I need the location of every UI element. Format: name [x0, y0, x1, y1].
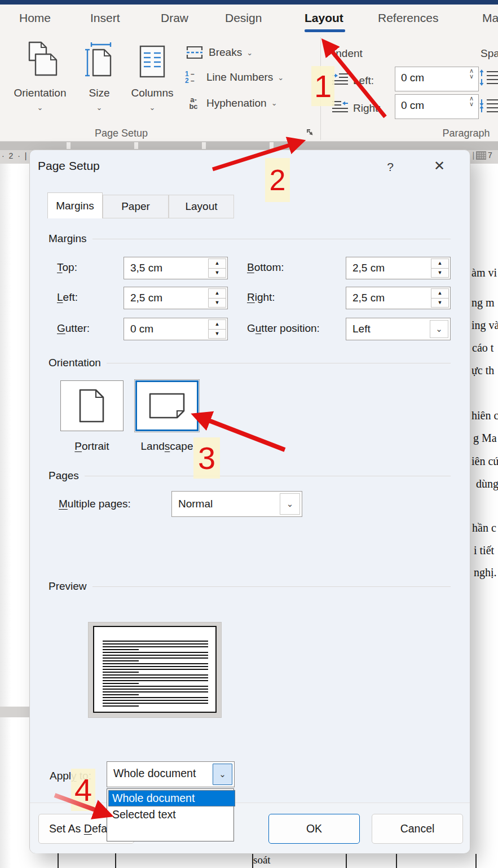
spacing-group-title: Spa: [481, 47, 498, 60]
spinner[interactable]: ▲ ▼: [431, 258, 449, 278]
indent-left-input[interactable]: 0 cm ∧ ∨: [395, 67, 479, 91]
columns-button[interactable]: Columns ⌄: [123, 36, 182, 121]
dialog-title: Page Setup: [38, 159, 100, 173]
spinner[interactable]: ▲ ▼: [208, 258, 226, 278]
right-margin-label: Right:: [247, 291, 275, 304]
multiple-pages-label: Multiple pages:: [59, 498, 131, 510]
help-button[interactable]: ?: [383, 159, 398, 175]
chevron-down-icon: ⌄: [271, 99, 277, 107]
hyphenation-button[interactable]: a-bc Hyphenation ⌄: [185, 97, 277, 109]
chevron-down-icon: ⌄: [36, 104, 44, 111]
portrait-label: Portrait: [60, 440, 124, 453]
landscape-label: Landscape: [132, 440, 202, 453]
preview-thumbnail: [88, 622, 222, 718]
page-size-icon: [85, 42, 114, 79]
orientation-button[interactable]: Orientation ⌄: [5, 36, 76, 121]
spinner[interactable]: ▲ ▼: [208, 319, 226, 339]
doc-text-fragment: g Ma: [473, 432, 497, 445]
gutter-input[interactable]: 0 cm ▲ ▼: [124, 318, 228, 340]
spinner[interactable]: ▲ ▼: [208, 288, 226, 308]
orientation-section-header: Orientation: [49, 357, 451, 369]
doc-text-fragment: cáo t: [472, 341, 493, 354]
close-button[interactable]: ✕: [430, 157, 448, 175]
chevron-down-icon: ⌄: [277, 74, 284, 81]
stepper-icons[interactable]: ∧ ∨: [469, 96, 474, 107]
doc-text-fragment: hần c: [472, 521, 496, 534]
chevron-down-icon[interactable]: ⌄: [213, 764, 232, 785]
ribbon-tab-references[interactable]: References: [378, 11, 438, 25]
active-tab-underline: [305, 29, 345, 32]
indent-left-label: Left:: [353, 74, 374, 87]
doc-text-fragment: i tiết: [474, 544, 494, 557]
spin-up-icon: ▲: [208, 258, 226, 269]
option-selected-text[interactable]: Selected text: [108, 806, 235, 823]
set-as-default-label: Set As Defa: [49, 822, 107, 835]
preview-section-header: Preview: [49, 580, 451, 593]
landscape-option[interactable]: [135, 380, 199, 431]
cancel-button[interactable]: Cancel: [372, 814, 463, 844]
spacing-after-icon: [478, 97, 498, 115]
spinner[interactable]: ▲ ▼: [431, 288, 449, 308]
ribbon-tab-draw[interactable]: Draw: [161, 11, 188, 25]
ribbon-tab-layout[interactable]: Layout: [305, 11, 343, 25]
size-button[interactable]: Size ⌄: [79, 36, 120, 121]
option-whole-document[interactable]: Whole document: [108, 790, 235, 806]
ribbon-tab-home[interactable]: Home: [19, 11, 51, 25]
multiple-pages-select[interactable]: Normal ⌄: [171, 491, 302, 517]
spacing-before-icon: [478, 69, 498, 87]
paragraph-group-label: Paragraph: [434, 128, 498, 139]
apply-to-dropdown-list: Whole document Selected text: [107, 788, 234, 841]
step-number: 4: [74, 774, 92, 806]
breaks-icon: [185, 44, 204, 61]
top-margin-label: Top:: [57, 261, 77, 274]
line-numbers-icon: 1 –2 –: [185, 71, 202, 84]
table-border: [115, 853, 116, 868]
line-numbers-button[interactable]: 1 –2 – Line Numbers ⌄: [185, 71, 284, 84]
ruler-margin-marker-icon[interactable]: [476, 151, 486, 160]
apply-to-combobox[interactable]: Whole document ⌄: [107, 761, 235, 787]
portrait-option[interactable]: [60, 380, 124, 431]
chevron-down-icon[interactable]: ⌄: [430, 320, 448, 338]
ruler-number: 7: [488, 151, 492, 160]
tab-layout[interactable]: Layout: [169, 195, 234, 218]
chevron-down-icon: ⌄: [148, 104, 156, 111]
doc-text-fragment: ing và: [471, 319, 498, 332]
indent-right-label: Right:: [353, 102, 381, 115]
breaks-button[interactable]: Breaks ⌄: [185, 44, 253, 61]
landscape-page-icon: [149, 393, 185, 419]
orientation-label: Orientation: [5, 87, 76, 99]
ribbon-tab-mailings[interactable]: Ma: [482, 11, 498, 25]
doc-text-bottom: soát: [253, 854, 271, 866]
ok-label: OK: [306, 822, 322, 835]
step-number: 3: [198, 442, 215, 474]
step-highlight-2: 2: [265, 158, 290, 202]
ribbon-tab-insert[interactable]: Insert: [90, 11, 120, 25]
gutter-position-label: Gutter position:: [247, 322, 320, 335]
caret-down-icon: ∨: [469, 74, 474, 80]
chevron-down-icon[interactable]: ⌄: [280, 493, 300, 515]
top-margin-input[interactable]: 3,5 cm ▲ ▼: [124, 257, 228, 279]
bottom-margin-input[interactable]: 2,5 cm ▲ ▼: [346, 257, 451, 279]
tab-margins[interactable]: Margins: [47, 192, 103, 218]
left-margin-input[interactable]: 2,5 cm ▲ ▼: [124, 287, 228, 309]
gutter-position-select[interactable]: Left ⌄: [346, 318, 451, 340]
bottom-margin-label: Bottom:: [247, 261, 284, 274]
stepper-icons[interactable]: ∧ ∨: [469, 68, 474, 80]
left-margin-label: Left:: [57, 291, 78, 304]
spin-down-icon: ▼: [431, 298, 449, 308]
ok-button[interactable]: OK: [268, 814, 360, 844]
chevron-down-icon: ⌄: [95, 104, 103, 111]
page-setup-dialog: Page Setup ? ✕ Margins Paper Layout Marg…: [29, 150, 470, 853]
word-window: àm vi ng m ing và cáo t ực th hiên c g M…: [0, 0, 498, 868]
title-bar-strip: [0, 0, 498, 5]
tab-paper[interactable]: Paper: [103, 195, 169, 218]
right-margin-input[interactable]: 2,5 cm ▲ ▼: [346, 287, 451, 309]
pages-section-header: Pages: [49, 470, 451, 482]
indent-right-input[interactable]: 0 cm ∧ ∨: [395, 94, 479, 119]
page-setup-dialog-launcher[interactable]: [305, 128, 318, 140]
breaks-label: Breaks: [209, 46, 242, 59]
line-numbers-label: Line Numbers: [206, 71, 273, 84]
ribbon-tab-design[interactable]: Design: [225, 11, 262, 25]
doc-text-fragment: dùng: [476, 477, 498, 490]
chevron-down-icon: ⌄: [246, 49, 253, 56]
